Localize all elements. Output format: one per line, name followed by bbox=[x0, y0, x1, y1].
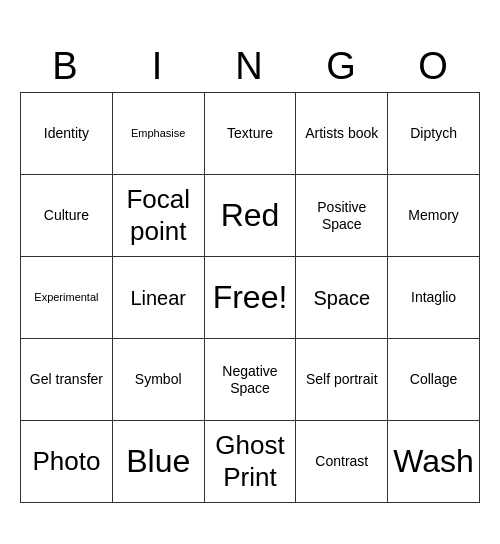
cell-text: Collage bbox=[410, 371, 457, 388]
cell-3-2: Negative Space bbox=[205, 339, 297, 421]
cell-3-0: Gel transfer bbox=[21, 339, 113, 421]
cell-4-1: Blue bbox=[113, 421, 205, 503]
cell-text: Photo bbox=[32, 446, 100, 477]
cell-text: Blue bbox=[126, 442, 190, 480]
cell-0-0: Identity bbox=[21, 93, 113, 175]
cell-text: Space bbox=[313, 286, 370, 310]
cell-2-0: Experimental bbox=[21, 257, 113, 339]
cell-4-3: Contrast bbox=[296, 421, 388, 503]
header-letter: B bbox=[20, 41, 112, 92]
cell-text: Identity bbox=[44, 125, 89, 142]
cell-text: Focal point bbox=[116, 184, 201, 246]
cell-0-1: Emphasise bbox=[113, 93, 205, 175]
cell-1-4: Memory bbox=[388, 175, 480, 257]
header-letter: O bbox=[388, 41, 480, 92]
bingo-card: BINGO IdentityEmphasiseTextureArtists bo… bbox=[20, 41, 480, 503]
cell-3-4: Collage bbox=[388, 339, 480, 421]
cell-4-0: Photo bbox=[21, 421, 113, 503]
cell-text: Emphasise bbox=[131, 127, 185, 140]
cell-1-3: Positive Space bbox=[296, 175, 388, 257]
cell-text: Wash bbox=[393, 442, 474, 480]
cell-4-4: Wash bbox=[388, 421, 480, 503]
cell-1-1: Focal point bbox=[113, 175, 205, 257]
cell-2-2: Free! bbox=[205, 257, 297, 339]
bingo-grid: IdentityEmphasiseTextureArtists bookDipt… bbox=[20, 92, 480, 503]
cell-text: Symbol bbox=[135, 371, 182, 388]
header-letter: N bbox=[204, 41, 296, 92]
cell-2-4: Intaglio bbox=[388, 257, 480, 339]
cell-2-3: Space bbox=[296, 257, 388, 339]
cell-1-0: Culture bbox=[21, 175, 113, 257]
cell-text: Positive Space bbox=[299, 199, 384, 233]
cell-2-1: Linear bbox=[113, 257, 205, 339]
cell-0-3: Artists book bbox=[296, 93, 388, 175]
cell-0-2: Texture bbox=[205, 93, 297, 175]
bingo-header: BINGO bbox=[20, 41, 480, 92]
cell-text: Intaglio bbox=[411, 289, 456, 306]
cell-text: Negative Space bbox=[208, 363, 293, 397]
cell-text: Linear bbox=[130, 286, 186, 310]
cell-3-3: Self portrait bbox=[296, 339, 388, 421]
cell-text: Culture bbox=[44, 207, 89, 224]
cell-text: Red bbox=[221, 196, 280, 234]
cell-4-2: Ghost Print bbox=[205, 421, 297, 503]
cell-text: Experimental bbox=[34, 291, 98, 304]
cell-text: Contrast bbox=[315, 453, 368, 470]
cell-text: Diptych bbox=[410, 125, 457, 142]
cell-0-4: Diptych bbox=[388, 93, 480, 175]
cell-text: Memory bbox=[408, 207, 459, 224]
cell-text: Gel transfer bbox=[30, 371, 103, 388]
header-letter: G bbox=[296, 41, 388, 92]
cell-text: Texture bbox=[227, 125, 273, 142]
cell-text: Free! bbox=[213, 278, 288, 316]
cell-text: Self portrait bbox=[306, 371, 378, 388]
cell-text: Artists book bbox=[305, 125, 378, 142]
cell-text: Ghost Print bbox=[208, 430, 293, 492]
cell-1-2: Red bbox=[205, 175, 297, 257]
header-letter: I bbox=[112, 41, 204, 92]
cell-3-1: Symbol bbox=[113, 339, 205, 421]
